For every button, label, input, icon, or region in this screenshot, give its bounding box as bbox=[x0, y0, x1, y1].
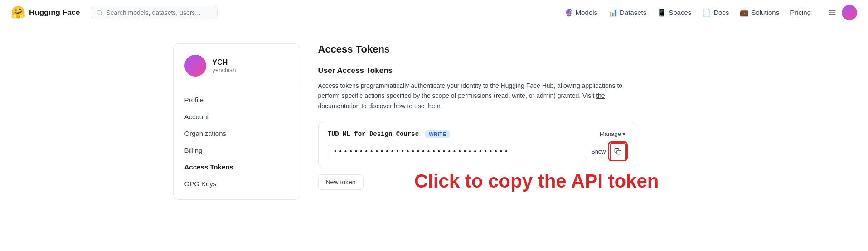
sidebar-item-gpg-keys[interactable]: GPG Keys bbox=[177, 175, 296, 192]
sidebar-link-gpg-keys[interactable]: GPG Keys bbox=[177, 175, 296, 192]
sidebar-item-organizations[interactable]: Organizations bbox=[177, 125, 296, 142]
sidebar-link-billing[interactable]: Billing bbox=[177, 142, 296, 159]
copy-icon bbox=[614, 148, 621, 155]
new-token-label: New token bbox=[326, 179, 356, 186]
nav-docs[interactable]: 📄 Docs bbox=[698, 5, 733, 19]
annotation-overlay: Click to copy the API token bbox=[414, 170, 659, 192]
new-token-button[interactable]: New token bbox=[318, 174, 364, 190]
main-container: YCH yenchiah Profile Account Organizatio… bbox=[162, 43, 706, 200]
nav-solutions[interactable]: 💼 Solutions bbox=[735, 5, 784, 19]
nav-pricing[interactable]: Pricing bbox=[786, 6, 815, 19]
sidebar-nav: Profile Account Organizations Billing Ac… bbox=[174, 92, 300, 192]
nav-solutions-label: Solutions bbox=[751, 9, 779, 16]
solutions-icon: 💼 bbox=[740, 8, 749, 17]
sidebar-item-access-tokens[interactable]: Access Tokens bbox=[177, 159, 296, 175]
token-name-section: TUD ML for Design Course WRITE bbox=[328, 130, 450, 138]
datasets-icon: 📊 bbox=[608, 8, 617, 17]
user-avatar[interactable] bbox=[842, 5, 857, 20]
sidebar-link-access-tokens[interactable]: Access Tokens bbox=[177, 159, 296, 175]
sidebar: YCH yenchiah Profile Account Organizatio… bbox=[173, 43, 300, 200]
sidebar-avatar bbox=[184, 55, 206, 77]
brand-name: Hugging Face bbox=[29, 8, 80, 17]
nav-models-label: Models bbox=[576, 9, 597, 16]
models-icon: 🔮 bbox=[564, 8, 573, 17]
nav-links: 🔮 Models 📊 Datasets 📱 Spaces 📄 Docs 💼 So… bbox=[560, 5, 815, 19]
sidebar-username: YCH bbox=[213, 58, 236, 67]
sidebar-item-billing[interactable]: Billing bbox=[177, 142, 296, 159]
main-content: Access Tokens User Access Tokens Access … bbox=[300, 43, 695, 200]
nav-datasets-label: Datasets bbox=[620, 9, 646, 16]
nav-pricing-label: Pricing bbox=[790, 9, 811, 16]
token-card: TUD ML for Design Course WRITE Manage ▾ … bbox=[318, 122, 635, 167]
nav-spaces[interactable]: 📱 Spaces bbox=[653, 5, 696, 19]
spaces-icon: 📱 bbox=[657, 8, 666, 17]
description-text: Access tokens programmatically authentic… bbox=[318, 81, 635, 111]
svg-line-1 bbox=[101, 14, 102, 15]
description-suffix: to discover how to use them. bbox=[361, 102, 442, 110]
sidebar-link-profile[interactable]: Profile bbox=[177, 92, 296, 108]
brand-link[interactable]: 🤗 Hugging Face bbox=[11, 5, 80, 19]
token-manage-link[interactable]: Manage ▾ bbox=[600, 130, 626, 137]
token-name: TUD ML for Design Course bbox=[328, 130, 419, 138]
sidebar-user-info: YCH yenchiah bbox=[213, 58, 236, 73]
token-copy-button[interactable] bbox=[610, 143, 626, 159]
nav-docs-label: Docs bbox=[713, 9, 729, 16]
hamburger-icon bbox=[828, 9, 836, 17]
token-field-row: Show bbox=[328, 143, 626, 159]
search-input[interactable] bbox=[106, 9, 212, 16]
nav-spaces-label: Spaces bbox=[669, 9, 691, 16]
page-title: Access Tokens bbox=[318, 43, 695, 55]
brand-logo: 🤗 bbox=[11, 5, 25, 19]
token-show-link[interactable]: Show bbox=[591, 148, 606, 155]
token-value-input[interactable] bbox=[328, 144, 587, 159]
navbar: 🤗 Hugging Face 🔮 Models 📊 Datasets 📱 Spa… bbox=[0, 0, 868, 25]
docs-icon: 📄 bbox=[702, 8, 711, 17]
section-title: User Access Tokens bbox=[318, 66, 695, 75]
search-container bbox=[91, 6, 218, 19]
description-body: Access tokens programmatically authentic… bbox=[318, 82, 623, 99]
search-icon bbox=[97, 10, 102, 16]
svg-rect-5 bbox=[617, 150, 621, 154]
menu-icon-button[interactable] bbox=[826, 7, 838, 19]
token-write-badge: WRITE bbox=[425, 130, 450, 138]
sidebar-item-account[interactable]: Account bbox=[177, 108, 296, 125]
nav-datasets[interactable]: 📊 Datasets bbox=[604, 5, 651, 19]
nav-models[interactable]: 🔮 Models bbox=[560, 5, 602, 19]
sidebar-handle: yenchiah bbox=[213, 67, 236, 73]
token-card-header: TUD ML for Design Course WRITE Manage ▾ bbox=[328, 130, 626, 138]
sidebar-link-organizations[interactable]: Organizations bbox=[177, 125, 296, 142]
navbar-extra bbox=[826, 5, 857, 20]
sidebar-user: YCH yenchiah bbox=[174, 55, 300, 86]
sidebar-link-account[interactable]: Account bbox=[177, 108, 296, 125]
sidebar-item-profile[interactable]: Profile bbox=[177, 92, 296, 108]
